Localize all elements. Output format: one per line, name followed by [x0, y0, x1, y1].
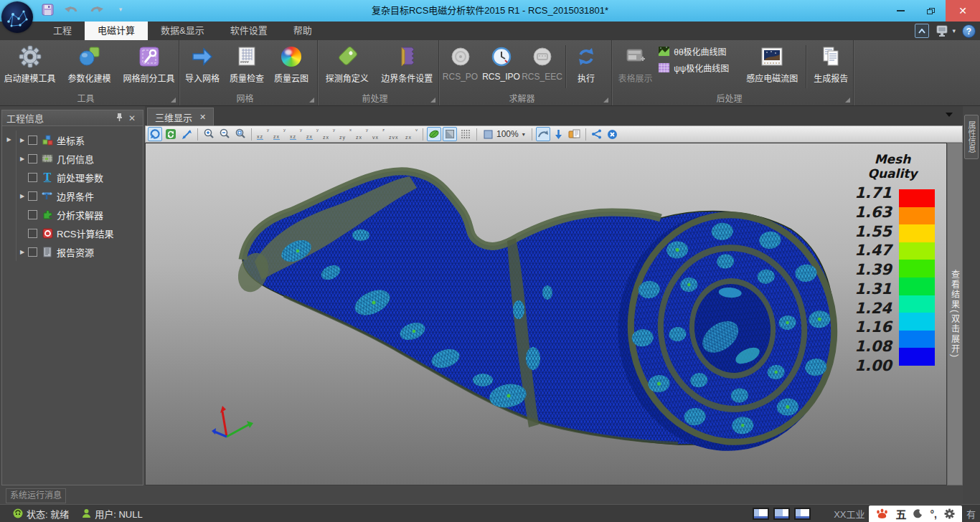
display-mode-button[interactable]: ▾: [936, 24, 956, 37]
move-down-button[interactable]: [552, 127, 566, 141]
help-button[interactable]: ?: [962, 24, 976, 38]
ime-mode-label[interactable]: 五: [895, 506, 906, 521]
view-orientation-button-2[interactable]: yzx: [272, 128, 287, 141]
tree-checkbox[interactable]: [28, 247, 37, 257]
tree-checkbox[interactable]: [28, 191, 37, 201]
root-expand-icon[interactable]: ▶: [2, 130, 17, 149]
orbit-rotate-button[interactable]: [148, 127, 162, 141]
tree-checkbox[interactable]: [28, 136, 37, 145]
legend-label: 1.55: [854, 224, 892, 239]
restore-button[interactable]: [915, 0, 946, 22]
theta-polarization-curve-button[interactable]: θθ极化曲线图: [658, 45, 742, 57]
quality-contour-button[interactable]: 质量云图: [269, 42, 314, 84]
parametric-modeling-button[interactable]: 参数化建模: [60, 42, 119, 84]
tree-item-analysis-solver[interactable]: 分析求解器: [2, 205, 143, 224]
group-corner-icon: [603, 98, 608, 103]
panel-close-icon[interactable]: ✕: [126, 113, 138, 123]
import-mesh-button[interactable]: 导入网格: [180, 42, 225, 84]
ime-punctuation-label[interactable]: °,: [930, 508, 937, 520]
tab-help[interactable]: 帮助: [281, 22, 325, 40]
ime-settings-gear-icon[interactable]: [944, 508, 955, 519]
close-button[interactable]: ✕: [946, 0, 980, 22]
tree-item-geometry-info[interactable]: ▶ 几何信息: [2, 149, 143, 168]
tree-checkbox[interactable]: [28, 154, 37, 163]
export-image-button[interactable]: [567, 127, 582, 141]
panel-layout-button-1[interactable]: [753, 508, 769, 520]
tree-item-coordinate-system[interactable]: ▶ ▶ 坐标系: [2, 130, 143, 149]
viewport-3d[interactable]: Mesh Quality 1.71 1.63 1.55 1.47 1.39 1.…: [145, 143, 947, 485]
mesh-quality-legend: Mesh Quality 1.71 1.63 1.55 1.47 1.39 1.…: [850, 152, 935, 366]
tab-software-settings[interactable]: 软件设置: [217, 22, 281, 40]
rcs-eec-button[interactable]: RCS_EEC: [522, 42, 562, 82]
pan-button[interactable]: [179, 127, 194, 141]
tree-checkbox[interactable]: [28, 210, 37, 219]
expand-icon[interactable]: ▶: [17, 137, 28, 143]
view-results-collapsed-panel[interactable]: 查看结果(双击展开): [947, 143, 963, 485]
ime-moon-icon[interactable]: [913, 509, 923, 518]
tab-project[interactable]: 工程: [40, 22, 85, 40]
view-orientation-button-9[interactable]: zvx: [387, 128, 402, 141]
psi-polarization-curve-button[interactable]: ψψ极化曲线图: [658, 62, 742, 74]
zoom-dropdown-icon[interactable]: ▾: [522, 131, 525, 138]
zoom-in-button[interactable]: [202, 127, 216, 141]
tab-electromagnetic-compute[interactable]: 电磁计算: [85, 22, 148, 40]
boundary-conditions-button[interactable]: 边界条件设置: [376, 42, 438, 84]
view-orientation-button-4[interactable]: yzx: [305, 128, 320, 141]
panel-layout-button-2[interactable]: [773, 508, 790, 520]
launch-modeling-tool-button[interactable]: 启动建模工具: [0, 42, 60, 84]
pin-icon[interactable]: [113, 113, 126, 123]
view-orientation-button-7[interactable]: yzx: [354, 128, 369, 141]
tree-item-report-resources[interactable]: ▶ 报告资源: [2, 242, 143, 261]
zoom-out-button[interactable]: [217, 127, 232, 141]
generate-report-button[interactable]: 生成报告: [809, 42, 853, 84]
panel-layout-button-3[interactable]: [794, 508, 811, 520]
zoom-fit-button[interactable]: [233, 127, 248, 141]
properties-info-tab[interactable]: 属性信息: [964, 115, 979, 159]
zoom-scale-button[interactable]: 100% ▾: [481, 127, 528, 141]
tab-data-display[interactable]: 数据&显示: [148, 22, 217, 40]
tree-checkbox[interactable]: [28, 173, 37, 182]
view-orientation-button-10[interactable]: vzx: [404, 128, 419, 141]
rcs-ipo-button[interactable]: RCS_IPO: [481, 42, 522, 82]
meshing-tool-button[interactable]: 网格剖分工具: [119, 42, 179, 84]
ime-paw-icon[interactable]: [876, 508, 888, 519]
induced-current-map-button[interactable]: 感应电磁流图: [742, 42, 803, 84]
wireframe-button[interactable]: [458, 127, 473, 141]
execute-button[interactable]: 执行: [569, 42, 603, 84]
grid-chart-icon: [658, 62, 670, 73]
photo-icon: [760, 44, 784, 70]
tree-checkbox[interactable]: [28, 229, 37, 238]
view-orientation-button-8[interactable]: zvx: [371, 128, 386, 141]
viewport-tab-3d[interactable]: 三维显示 ✕: [147, 108, 214, 125]
expand-icon[interactable]: ▶: [17, 156, 28, 162]
quality-check-button[interactable]: 质量检查: [225, 42, 269, 84]
rcs-po-button[interactable]: RCS_PO: [440, 42, 481, 82]
detection-angle-button[interactable]: 探测角定义: [319, 42, 376, 84]
coordinate-system-icon: [41, 134, 54, 146]
collapse-ribbon-button[interactable]: [915, 24, 929, 38]
tree-item-rcs-results[interactable]: RCS计算结果: [2, 224, 143, 242]
refresh-view-button[interactable]: [164, 127, 178, 141]
tab-overflow-icon[interactable]: [946, 113, 953, 117]
view-orientation-button-1[interactable]: yxz: [255, 128, 270, 141]
smooth-shading-button[interactable]: [427, 127, 441, 141]
share-button[interactable]: [590, 127, 604, 141]
view-orientation-button-5[interactable]: yzx: [321, 128, 336, 141]
system-messages-tab[interactable]: 系统运行消息: [6, 488, 66, 503]
view-orientation-button-6[interactable]: xzy: [338, 128, 353, 141]
expand-icon[interactable]: ▶: [17, 193, 28, 199]
monitor-icon: [936, 24, 950, 37]
table-display-button[interactable]: 表格展示: [613, 42, 658, 84]
tree-item-boundary-conditions[interactable]: ▶ 边界条件: [2, 186, 143, 205]
tab-close-icon[interactable]: ✕: [199, 113, 206, 122]
minimize-button[interactable]: [885, 0, 915, 22]
shaded-surface-button[interactable]: [443, 127, 457, 141]
tree-item-preprocess-params[interactable]: T 前处理参数: [2, 168, 143, 186]
rotate-center-button[interactable]: [536, 127, 550, 141]
menu-tabs: 工程 电磁计算 数据&显示 软件设置 帮助: [40, 22, 325, 40]
legend-color-bar: [899, 189, 935, 366]
close-view-button[interactable]: [606, 127, 620, 141]
expand-icon[interactable]: ▶: [17, 249, 28, 255]
app-logo-icon[interactable]: [1, 1, 33, 33]
view-orientation-button-3[interactable]: yxz: [288, 128, 303, 141]
